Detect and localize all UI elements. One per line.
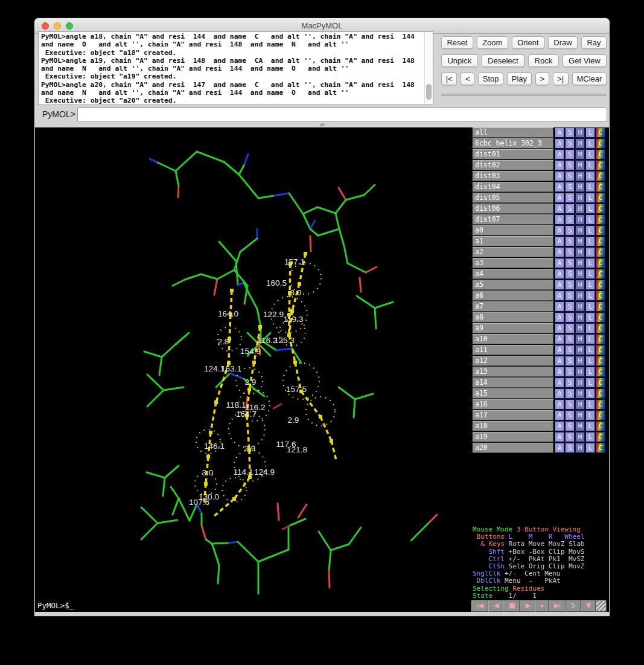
object-a3-a-button[interactable]: A <box>555 258 564 268</box>
unpick-button[interactable]: Unpick <box>441 54 478 67</box>
object-a0-h-button[interactable]: H <box>575 225 585 236</box>
object-a6-c-button[interactable]: C <box>596 291 605 301</box>
object-a20-h-button[interactable]: H <box>575 443 585 453</box>
object-dist06-s-button[interactable]: S <box>565 204 575 214</box>
object-a19-c-button[interactable]: C <box>596 432 605 442</box>
object-a4-h-button[interactable]: H <box>575 269 585 279</box>
object-a12-h-button[interactable]: H <box>575 356 585 366</box>
object-all-h-button[interactable]: H <box>575 127 585 138</box>
object-a6-l-button[interactable]: L <box>585 291 595 301</box>
object-a16-h-button[interactable]: H <box>575 399 585 410</box>
object-a9-c-button[interactable]: C <box>596 323 605 333</box>
object-a12-c-button[interactable]: C <box>596 356 605 366</box>
object-dist06-c-button[interactable]: C <box>596 204 605 214</box>
object-dist04-s-button[interactable]: S <box>565 182 575 192</box>
object-a5-s-button[interactable]: S <box>565 280 575 290</box>
object-name-a3[interactable]: a3 <box>473 258 553 268</box>
object-a16-l-button[interactable]: L <box>585 399 595 410</box>
splitter-handle[interactable] <box>320 123 325 126</box>
object-a6-a-button[interactable]: A <box>555 291 564 301</box>
mouse-mode-panel[interactable]: Mouse Mode 3-Button Viewing Buttons L M … <box>473 526 607 600</box>
object-dist02-h-button[interactable]: H <box>575 160 585 170</box>
rewind-button[interactable]: |◀ <box>471 600 488 612</box>
panel-menu-button[interactable]: ▼ <box>581 600 596 612</box>
step-forward-button[interactable]: ▸ <box>535 600 549 612</box>
object-a15-a-button[interactable]: A <box>555 388 564 399</box>
object-name-a6[interactable]: a6 <box>473 291 553 301</box>
play-button[interactable]: ▶ <box>520 600 535 612</box>
object-a17-h-button[interactable]: H <box>575 410 585 420</box>
deselect-button[interactable]: Deselect <box>482 54 524 67</box>
object-name-dist06[interactable]: dist06 <box>473 204 553 214</box>
object-all-s-button[interactable]: S <box>565 127 575 138</box>
object-a6-h-button[interactable]: H <box>575 291 585 301</box>
reset-button[interactable]: Reset <box>441 36 473 49</box>
object-dist04-c-button[interactable]: C <box>596 182 605 192</box>
object-name-a11[interactable]: a11 <box>473 345 553 355</box>
object-a7-a-button[interactable]: A <box>555 301 564 312</box>
object-name-a4[interactable]: a4 <box>473 269 553 279</box>
object-dist03-c-button[interactable]: C <box>596 171 605 181</box>
object-a0-s-button[interactable]: S <box>565 225 575 236</box>
get-view-button[interactable]: Get View <box>563 54 607 67</box>
object-a13-l-button[interactable]: L <box>585 367 595 377</box>
object-a17-c-button[interactable]: C <box>596 410 605 420</box>
object-a15-l-button[interactable]: L <box>585 388 595 399</box>
object-dist02-c-button[interactable]: C <box>596 160 605 170</box>
object-a13-h-button[interactable]: H <box>575 367 585 377</box>
object-name-6cbc_helix_302_3[interactable]: 6cbc_helix_302_3 <box>473 138 553 149</box>
-button[interactable]: |< <box>441 72 457 85</box>
object-dist01-s-button[interactable]: S <box>565 149 575 159</box>
object-a2-h-button[interactable]: H <box>575 247 585 257</box>
object-a18-h-button[interactable]: H <box>575 421 585 431</box>
object-a14-s-button[interactable]: S <box>565 377 575 388</box>
object-a10-a-button[interactable]: A <box>555 334 564 344</box>
object-a2-s-button[interactable]: S <box>565 247 575 257</box>
zoom-button[interactable]: Zoom <box>477 36 508 49</box>
object-name-a1[interactable]: a1 <box>473 236 553 246</box>
object-dist04-l-button[interactable]: L <box>585 182 595 192</box>
object-name-all[interactable]: all <box>473 127 553 138</box>
object-a16-a-button[interactable]: A <box>555 399 564 410</box>
object-name-a8[interactable]: a8 <box>473 312 553 323</box>
object-a10-h-button[interactable]: H <box>575 334 585 344</box>
mclear-button[interactable]: MClear <box>572 72 607 85</box>
object-name-a7[interactable]: a7 <box>473 301 553 312</box>
object-a19-s-button[interactable]: S <box>565 432 575 442</box>
object-a5-l-button[interactable]: L <box>585 280 595 290</box>
object-dist05-a-button[interactable]: A <box>555 193 564 203</box>
object-a13-s-button[interactable]: S <box>565 367 575 377</box>
object-dist02-l-button[interactable]: L <box>585 160 595 170</box>
object-a19-l-button[interactable]: L <box>585 432 595 442</box>
orient-button[interactable]: Orient <box>512 36 544 49</box>
object-name-dist02[interactable]: dist02 <box>473 160 553 170</box>
object-a9-l-button[interactable]: L <box>585 323 595 333</box>
object-a13-c-button[interactable]: C <box>596 367 605 377</box>
object-a11-h-button[interactable]: H <box>575 345 585 355</box>
-button[interactable]: < <box>461 72 474 85</box>
object-name-a16[interactable]: a16 <box>473 399 553 410</box>
object-a16-c-button[interactable]: C <box>596 399 605 410</box>
object-a6-s-button[interactable]: S <box>565 291 575 301</box>
object-a3-s-button[interactable]: S <box>565 258 575 268</box>
object-a8-a-button[interactable]: A <box>555 312 564 323</box>
console-scrollbar-thumb[interactable] <box>426 84 432 100</box>
object-a18-s-button[interactable]: S <box>565 421 575 431</box>
object-a11-s-button[interactable]: S <box>565 345 575 355</box>
object-a19-h-button[interactable]: H <box>575 432 585 442</box>
object-dist01-a-button[interactable]: A <box>555 149 564 159</box>
object-a1-a-button[interactable]: A <box>555 236 564 246</box>
object-a10-s-button[interactable]: S <box>565 334 575 344</box>
object-a13-a-button[interactable]: A <box>555 367 564 377</box>
object-a3-h-button[interactable]: H <box>575 258 585 268</box>
object-a11-c-button[interactable]: C <box>596 345 605 355</box>
object-dist01-l-button[interactable]: L <box>585 149 595 159</box>
object-a9-s-button[interactable]: S <box>565 323 575 333</box>
object-a12-s-button[interactable]: S <box>565 356 575 366</box>
object-a4-a-button[interactable]: A <box>555 269 564 279</box>
object-a7-h-button[interactable]: H <box>575 301 585 312</box>
object-name-dist07[interactable]: dist07 <box>473 214 553 225</box>
pymol-command-input[interactable] <box>77 108 607 121</box>
object-a20-a-button[interactable]: A <box>555 443 564 453</box>
object-a8-l-button[interactable]: L <box>585 312 595 323</box>
